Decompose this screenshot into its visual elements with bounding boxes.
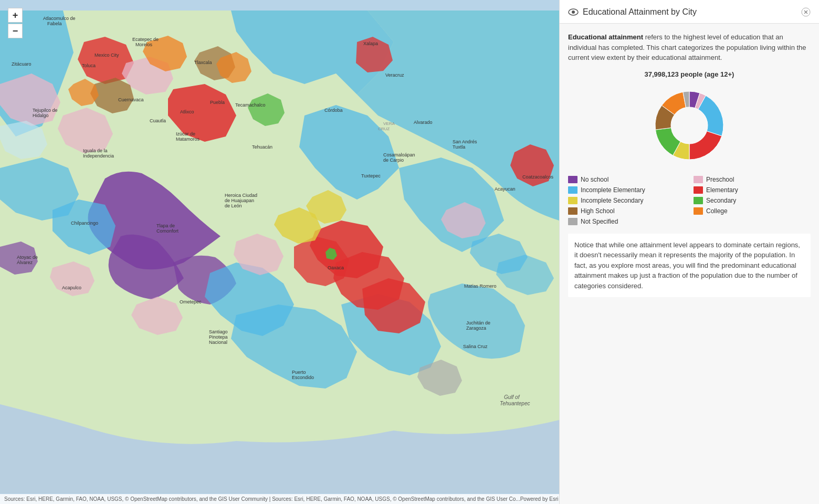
legend-swatch	[694, 186, 703, 194]
svg-text:Álvarez: Álvarez	[17, 260, 33, 265]
svg-text:Chilpancingo: Chilpancingo	[71, 220, 98, 226]
map-controls: + −	[8, 8, 23, 38]
legend-swatch	[694, 207, 703, 215]
legend-label: College	[706, 207, 728, 215]
legend-item: Elementary	[694, 186, 811, 194]
svg-text:Matamoros: Matamoros	[176, 136, 200, 142]
legend-label: Secondary	[706, 197, 736, 204]
svg-text:Heroica Ciudad: Heroica Ciudad	[225, 193, 257, 198]
svg-text:Iguala de la: Iguala de la	[83, 148, 108, 153]
legend-swatch	[568, 186, 578, 194]
legend-label: Incomplete Secondary	[581, 197, 643, 204]
svg-text:Ecatepec de: Ecatepec de	[132, 37, 159, 42]
svg-text:Córdoba: Córdoba	[324, 108, 343, 113]
legend-item: College	[694, 207, 811, 215]
legend-item: Secondary	[694, 197, 811, 204]
svg-text:Pinotepa: Pinotepa	[209, 334, 228, 340]
svg-text:Xalapa: Xalapa	[363, 41, 378, 46]
svg-text:Juchitán de: Juchitán de	[466, 320, 490, 326]
svg-text:Salina Cruz: Salina Cruz	[463, 344, 488, 349]
legend-item: Preschool	[694, 176, 811, 183]
svg-text:Tuxtepec: Tuxtepec	[361, 173, 381, 178]
sources-text: Sources: Esri, HERE, Garmin, FAO, NOAA, …	[4, 496, 520, 502]
svg-text:Zaragoza: Zaragoza	[466, 326, 486, 331]
legend-item: Not Specified	[568, 218, 685, 225]
legend-label: Incomplete Elementary	[581, 186, 645, 194]
sidebar-header: Educational Attainment by City	[560, 0, 819, 24]
svg-text:Zitácuaro: Zitácuaro	[12, 61, 32, 67]
chart-container	[568, 83, 811, 167]
legend-label: Elementary	[706, 186, 738, 194]
legend-swatch	[568, 207, 578, 215]
zoom-out-button[interactable]: −	[8, 24, 23, 38]
svg-text:VERA: VERA	[383, 121, 395, 126]
svg-text:Alvarado: Alvarado	[414, 120, 433, 125]
svg-text:Cuautla: Cuautla	[150, 118, 166, 123]
sources-bar: Sources: Esri, HERE, Garmin, FAO, NOAA, …	[0, 494, 559, 504]
svg-point-57	[572, 10, 575, 14]
svg-text:Coatzacoalcos: Coatzacoalcos	[522, 174, 554, 180]
eye-icon	[568, 8, 579, 16]
map-container: Atlacomulco de Fabela Ecatepec de Morelo…	[0, 0, 559, 504]
svg-text:Veracruz: Veracruz	[385, 72, 404, 78]
sidebar-content: Educational attainment refers to the hig…	[560, 24, 819, 306]
svg-text:Tuxtla: Tuxtla	[453, 144, 465, 150]
legend-swatch	[568, 176, 578, 183]
svg-text:Gulf of: Gulf of	[504, 394, 520, 400]
svg-text:San Andrés: San Andrés	[453, 139, 477, 144]
legend-label: No school	[581, 176, 608, 183]
svg-text:Tehuacán: Tehuacán	[252, 144, 272, 150]
svg-text:de Huajuapan: de Huajuapan	[225, 198, 254, 203]
legend-swatch	[568, 218, 578, 225]
sidebar: Educational Attainment by City Education…	[559, 0, 819, 504]
description-bold: Educational attainment	[568, 33, 643, 41]
svg-text:Tehuantepec: Tehuantepec	[500, 401, 530, 406]
legend-swatch	[694, 176, 703, 183]
svg-text:Acayucan: Acayucan	[495, 186, 516, 192]
legend-item: High School	[568, 207, 685, 215]
donut-chart	[647, 83, 731, 167]
svg-text:Atlacomulco de: Atlacomulco de	[43, 16, 76, 21]
svg-text:Atoyac de: Atoyac de	[17, 255, 38, 260]
sidebar-title: Educational Attainment by City	[583, 7, 801, 17]
description-text: Educational attainment refers to the hig…	[568, 32, 811, 63]
legend-label: High School	[581, 207, 615, 215]
svg-text:Tlapa de: Tlapa de	[156, 223, 175, 228]
svg-text:Acapulco: Acapulco	[62, 285, 81, 290]
svg-text:Matías Romero: Matías Romero	[464, 284, 497, 289]
svg-text:Tlaxcala: Tlaxcala	[194, 60, 212, 65]
svg-text:Puerto: Puerto	[292, 370, 306, 375]
svg-text:Hidalgo: Hidalgo	[33, 113, 49, 118]
svg-text:Toluca: Toluca	[82, 63, 96, 68]
svg-text:de Carpio: de Carpio	[383, 158, 404, 163]
svg-text:de León: de León	[225, 203, 242, 208]
svg-text:Oaxaca: Oaxaca	[328, 265, 344, 270]
legend-swatch	[694, 197, 703, 204]
legend-grid: No schoolPreschoolIncomplete ElementaryE…	[568, 176, 811, 225]
svg-text:Atlixco: Atlixco	[180, 109, 194, 114]
legend-item: Incomplete Secondary	[568, 197, 685, 204]
svg-text:Izúcar de: Izúcar de	[176, 131, 195, 136]
legend-label: Preschool	[706, 176, 734, 183]
svg-text:Fabela: Fabela	[47, 21, 62, 26]
legend-item: No school	[568, 176, 685, 183]
svg-text:Comonfort: Comonfort	[156, 228, 179, 234]
svg-text:Cuernavaca: Cuernavaca	[118, 97, 144, 102]
svg-text:Santiago: Santiago	[209, 329, 228, 334]
svg-text:Morelos: Morelos	[135, 42, 153, 47]
legend-label: Not Specified	[581, 218, 618, 225]
svg-text:Nacional: Nacional	[209, 340, 227, 345]
close-icon[interactable]	[801, 7, 811, 17]
legend-item: Incomplete Elementary	[568, 186, 685, 194]
zoom-in-button[interactable]: +	[8, 8, 23, 23]
svg-text:Tecamachalco: Tecamachalco	[235, 102, 266, 108]
legend-swatch	[568, 197, 578, 204]
svg-text:Tejupilco de: Tejupilco de	[33, 108, 58, 113]
population-label: 37,998,123 people (age 12+)	[568, 70, 811, 78]
svg-text:Mexico City: Mexico City	[94, 52, 119, 58]
svg-text:CRUZ: CRUZ	[378, 127, 390, 131]
powered-by: Powered by Esri	[520, 496, 559, 502]
svg-text:Escondido: Escondido	[292, 375, 314, 380]
svg-text:Independencia: Independencia	[83, 153, 114, 159]
svg-text:Puebla: Puebla	[210, 100, 225, 105]
